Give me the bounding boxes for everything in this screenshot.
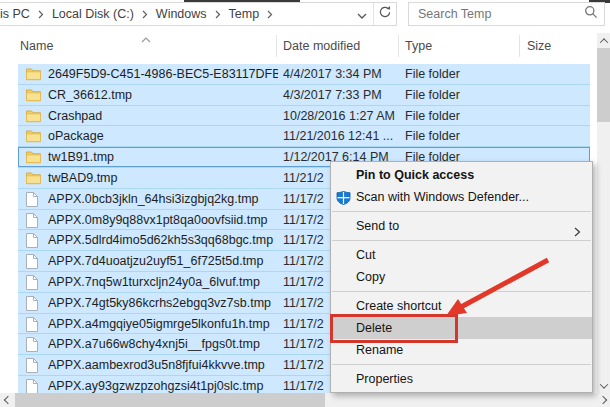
folder-icon bbox=[26, 129, 41, 147]
file-name: APPX.5dlrd4imo5d62kh5s3qq68bgc.tmp bbox=[48, 233, 278, 247]
context-menu-item-rename[interactable]: Rename bbox=[331, 339, 592, 361]
breadcrumb-chevron-icon bbox=[38, 10, 44, 19]
file-icon bbox=[26, 337, 38, 356]
file-name: APPX.7nq5w1turxcljn24y0a_6lvuf.tmp bbox=[48, 275, 278, 289]
file-row[interactable]: 2649F5D9-C451-4986-BEC5-E83117DFB59... 4… bbox=[18, 64, 590, 85]
file-name: Crashpad bbox=[48, 109, 278, 123]
breadcrumb-item[interactable]: Windows bbox=[156, 7, 207, 21]
context-menu-item-properties[interactable]: Properties bbox=[331, 368, 592, 390]
file-icon bbox=[26, 296, 38, 315]
menu-separator bbox=[332, 211, 591, 212]
file-name: APPX.7d4uoatjzu2uyf51_6f725t5d.tmp bbox=[48, 254, 278, 268]
column-divider[interactable] bbox=[519, 35, 520, 57]
file-name: twBAD9.tmp bbox=[48, 171, 278, 185]
file-icon bbox=[26, 317, 38, 336]
file-type: File folder bbox=[405, 67, 460, 81]
breadcrumb-chevron-icon bbox=[215, 10, 221, 19]
chevron-down-icon bbox=[357, 5, 367, 23]
file-type: File folder bbox=[405, 109, 460, 123]
context-menu-item-copy[interactable]: Copy bbox=[331, 266, 592, 288]
menu-separator bbox=[332, 291, 591, 292]
search-box[interactable] bbox=[408, 2, 605, 26]
search-input[interactable] bbox=[409, 7, 578, 21]
file-row[interactable]: oPackage 11/21/2016 12:41 ... File folde… bbox=[18, 126, 590, 147]
defender-shield-icon bbox=[336, 190, 351, 212]
context-menu-item-label: Delete bbox=[356, 321, 392, 335]
file-name: APPX.74gt5ky86kcrhs2ebgq3vz7sb.tmp bbox=[48, 296, 278, 310]
context-menu-item-delete[interactable]: Delete bbox=[331, 317, 592, 339]
search-button[interactable] bbox=[578, 5, 604, 23]
file-name: APPX.0bcb3jkln_64hsi3izgbjq2kg.tmp bbox=[48, 192, 278, 206]
context-menu: Pin to Quick access Scan with Windows De… bbox=[330, 161, 593, 393]
column-header-date-modified[interactable]: Date modified bbox=[283, 39, 360, 53]
horizontal-scrollbar[interactable] bbox=[0, 393, 610, 407]
file-date-modified: 4/3/2017 7:33 PM bbox=[283, 88, 403, 102]
search-icon bbox=[584, 5, 598, 23]
context-menu-item-label: Rename bbox=[356, 343, 403, 357]
menu-separator bbox=[332, 240, 591, 241]
folder-icon bbox=[26, 150, 41, 168]
address-bar[interactable]: is PC Local Disk (C:) Windows Temp bbox=[0, 2, 397, 26]
column-header-type[interactable]: Type bbox=[405, 39, 432, 53]
file-type: File folder bbox=[405, 129, 460, 143]
file-icon bbox=[26, 379, 38, 393]
file-name: APPX.a4mgqiye05igmrge5lkonfu1h.tmp bbox=[48, 317, 278, 331]
file-name: APPX.ay93gzwzpzohgzsi4t1pj0slc.tmp bbox=[48, 379, 278, 393]
file-type: File folder bbox=[405, 88, 460, 102]
vertical-scrollbar-thumb[interactable] bbox=[597, 48, 610, 122]
file-name: CR_36612.tmp bbox=[48, 88, 278, 102]
vertical-scrollbar[interactable] bbox=[597, 33, 610, 393]
file-name: 2649F5D9-C451-4986-BEC5-E83117DFB59... bbox=[48, 67, 278, 81]
context-menu-item-label: Scan with Windows Defender... bbox=[356, 190, 529, 204]
file-row[interactable]: Crashpad 10/28/2016 1:27 AM File folder bbox=[18, 106, 590, 127]
context-menu-item-scan-with-windows-defender[interactable]: Scan with Windows Defender... bbox=[331, 186, 592, 208]
refresh-icon bbox=[378, 5, 392, 23]
scroll-left-button[interactable] bbox=[0, 393, 15, 407]
folder-icon bbox=[26, 171, 41, 189]
breadcrumb-item[interactable]: Local Disk (C:) bbox=[52, 7, 134, 21]
chevron-down-icon bbox=[599, 380, 607, 388]
refresh-button[interactable] bbox=[374, 3, 396, 25]
file-icon bbox=[26, 358, 38, 377]
column-divider[interactable] bbox=[398, 35, 399, 57]
context-menu-item-label: Send to bbox=[356, 219, 399, 233]
file-icon bbox=[26, 213, 38, 232]
file-icon bbox=[26, 233, 38, 252]
context-menu-item-create-shortcut[interactable]: Create shortcut bbox=[331, 295, 592, 317]
sort-ascending-icon bbox=[141, 32, 151, 46]
chevron-left-icon bbox=[3, 396, 11, 404]
breadcrumb: is PC Local Disk (C:) Windows Temp bbox=[0, 7, 351, 21]
context-menu-item-label: Cut bbox=[356, 248, 375, 262]
file-name: APPX.a7u66w8chy4xnj5i__fpgs0t.tmp bbox=[48, 337, 278, 351]
scroll-up-button[interactable] bbox=[597, 33, 610, 48]
file-date-modified: 4/4/2017 3:34 PM bbox=[283, 67, 403, 81]
menu-separator bbox=[332, 364, 591, 365]
breadcrumb-item[interactable]: is PC bbox=[0, 7, 30, 21]
chevron-up-icon bbox=[599, 38, 607, 46]
column-divider[interactable] bbox=[276, 35, 277, 57]
file-icon bbox=[26, 275, 38, 294]
file-name: oPackage bbox=[48, 129, 278, 143]
context-menu-item-label: Properties bbox=[356, 372, 413, 386]
context-menu-item-pin-to-quick-access[interactable]: Pin to Quick access bbox=[331, 164, 592, 186]
context-menu-item-cut[interactable]: Cut bbox=[331, 244, 592, 266]
column-header-row: Name Date modified Type Size bbox=[0, 33, 597, 59]
breadcrumb-chevron-icon bbox=[267, 10, 273, 19]
breadcrumb-item[interactable]: Temp bbox=[229, 7, 260, 21]
column-header-size[interactable]: Size bbox=[527, 39, 551, 53]
context-menu-item-label: Copy bbox=[356, 270, 385, 284]
column-header-name[interactable]: Name bbox=[20, 39, 53, 53]
context-menu-item-send-to[interactable]: Send to bbox=[331, 215, 592, 237]
scroll-down-button[interactable] bbox=[597, 378, 610, 393]
context-menu-item-label: Pin to Quick access bbox=[356, 168, 474, 182]
breadcrumb-chevron-icon bbox=[142, 10, 148, 19]
folder-icon bbox=[26, 88, 41, 106]
file-icon bbox=[26, 192, 38, 211]
folder-icon bbox=[26, 67, 41, 85]
address-dropdown-button[interactable] bbox=[351, 3, 373, 25]
horizontal-scrollbar-thumb[interactable] bbox=[15, 393, 325, 407]
file-row[interactable]: CR_36612.tmp 4/3/2017 7:33 PM File folde… bbox=[18, 85, 590, 106]
file-date-modified: 11/21/2016 12:41 ... bbox=[283, 129, 403, 143]
scroll-right-button[interactable] bbox=[595, 393, 610, 407]
context-menu-item-label: Create shortcut bbox=[356, 299, 441, 313]
